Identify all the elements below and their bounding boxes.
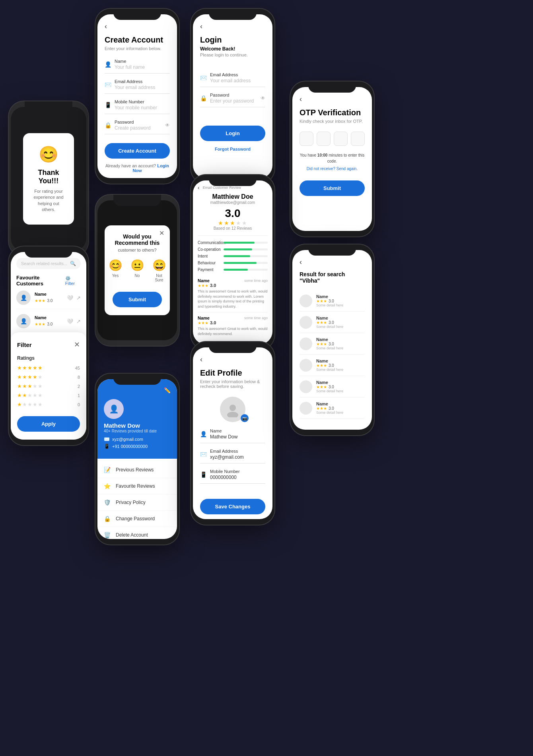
- customer-score-2: 3.0: [47, 322, 53, 326]
- share-icon-2[interactable]: ↗: [76, 318, 81, 324]
- phone-notch: [25, 246, 72, 258]
- login-button[interactable]: Login: [200, 126, 265, 141]
- 1-star[interactable]: ★★★★★: [17, 401, 43, 407]
- resend-link[interactable]: Did not receive? Send again.: [300, 167, 365, 171]
- result-stars-5: ★★★: [316, 385, 327, 389]
- back-button[interactable]: ‹: [200, 355, 265, 364]
- customer-stars-2: ★★★: [35, 322, 45, 326]
- rating-3-row: ★★★★★ 2: [17, 383, 80, 389]
- result-avatar-2: [300, 316, 312, 329]
- result-avatar-4: [300, 359, 312, 372]
- back-button[interactable]: ‹: [198, 184, 200, 191]
- back-button[interactable]: ‹: [300, 95, 365, 103]
- mobile-input[interactable]: Your mobile number: [115, 105, 170, 110]
- favourite-reviews-label: Favourite Reviews: [116, 483, 155, 489]
- send-again-link[interactable]: Send again.: [337, 167, 358, 171]
- previous-reviews-item[interactable]: 📝 Previous Reviews: [97, 462, 177, 478]
- favourite-icon: ⭐: [104, 483, 111, 489]
- apply-button[interactable]: Apply: [17, 416, 80, 432]
- 5-stars[interactable]: ★★★★★: [17, 365, 43, 371]
- delete-account-item[interactable]: 🗑️ Delete Account: [97, 527, 177, 539]
- filter-close-button[interactable]: ✕: [74, 340, 80, 349]
- 3-stars[interactable]: ★★★★★: [17, 383, 43, 389]
- privacy-policy-item[interactable]: 🛡️ Privacy Policy: [97, 494, 177, 511]
- email-input[interactable]: Your email address: [115, 85, 170, 90]
- privacy-icon: 🛡️: [104, 499, 111, 506]
- recommend-submit-button[interactable]: Submit: [113, 292, 162, 307]
- not-sure-emoji: 😄: [152, 259, 166, 272]
- login-now-link[interactable]: Login Now: [132, 163, 169, 173]
- privacy-policy-label: Privacy Policy: [116, 500, 146, 505]
- camera-icon[interactable]: 📷: [241, 414, 249, 422]
- login-screen: ‹ Login Welcome Back! Please login to co…: [193, 14, 272, 178]
- otp-box-3[interactable]: [334, 132, 348, 146]
- review-text-2: This is awesome!! Great to work with, wo…: [198, 326, 268, 336]
- heart-icon-2[interactable]: 🤍: [67, 318, 73, 324]
- result-stars-1: ★★★: [316, 299, 327, 303]
- email-input[interactable]: Your email address: [210, 78, 265, 83]
- name-input-group: 👤 Name Mathew Dow: [200, 428, 265, 443]
- search-bar[interactable]: Search related results... 🔍: [16, 258, 81, 269]
- emoji-not-sure[interactable]: 😄 Not Sure: [152, 259, 166, 282]
- result-name-3: Name: [316, 337, 365, 342]
- save-changes-button[interactable]: Save Changes: [200, 499, 265, 514]
- search-icon[interactable]: 🔍: [70, 261, 76, 266]
- 2-stars[interactable]: ★★★★★: [17, 392, 43, 398]
- heart-icon-1[interactable]: 🤍: [67, 295, 73, 301]
- emoji-no[interactable]: 😐 No: [130, 259, 144, 282]
- 3-star-count: 2: [78, 384, 80, 389]
- create-account-button[interactable]: Create Account: [105, 143, 170, 159]
- result-score-2: 3.0: [329, 320, 334, 325]
- create-account-phone: ‹ Create Account Enter your information …: [95, 9, 179, 184]
- customer-email: matthiewdoe@gmail.com: [198, 200, 268, 205]
- thank-you-card: 😊 Thank You!!! For rating your experienc…: [23, 133, 74, 225]
- phone-notch: [308, 244, 356, 256]
- profile-name: Mathew Dow: [104, 422, 171, 429]
- otp-box-2[interactable]: [317, 132, 331, 146]
- name-input[interactable]: Your full name: [115, 64, 170, 70]
- modal-close-button[interactable]: ✕: [159, 229, 164, 237]
- back-button[interactable]: ‹: [200, 22, 265, 31]
- password-input-group: 🔒 Password Enter your password 👁: [200, 93, 265, 107]
- result-item-5[interactable]: Name ★★★ 3.0 Some detail here: [300, 376, 365, 397]
- otp-submit-button[interactable]: Submit: [300, 180, 365, 196]
- forgot-password-link[interactable]: Forgot Password: [215, 147, 251, 151]
- password-input[interactable]: Enter your password: [210, 98, 261, 104]
- back-button[interactable]: ‹: [105, 22, 170, 31]
- result-item-3[interactable]: Name ★★★ 3.0 Some detail here: [300, 333, 365, 355]
- based-on-text: Based on 12 Reviews: [198, 226, 268, 231]
- eye-icon[interactable]: 👁: [165, 122, 170, 128]
- result-name-4: Name: [316, 359, 365, 363]
- otp-box-4[interactable]: [351, 132, 365, 146]
- name-label: Name: [210, 428, 265, 433]
- result-item-4[interactable]: Name ★★★ 3.0 Some detail here: [300, 355, 365, 376]
- edit-profile-phone: ‹ Edit Profile Enter your information be…: [191, 342, 274, 525]
- result-score-4: 3.0: [329, 363, 334, 368]
- result-item-1[interactable]: Name ★★★ 3.0 Some detail here: [300, 290, 365, 312]
- edit-icon[interactable]: ✏️: [164, 387, 171, 394]
- mobile-input[interactable]: 0000000000: [210, 475, 265, 480]
- emoji-yes[interactable]: 😊 Yes: [109, 259, 123, 282]
- favourite-reviews-item[interactable]: ⭐ Favourite Reviews: [97, 478, 177, 494]
- profile-email-text: xyz@gmail.com: [112, 437, 143, 442]
- filter-icon[interactable]: ⚙️ Filter: [65, 276, 81, 286]
- reviews-icon: 📝: [104, 467, 111, 473]
- email-label: Email Address: [210, 449, 265, 454]
- phone-notch: [113, 195, 161, 206]
- edit-profile-subtitle: Enter your information below & recheck b…: [200, 379, 265, 389]
- share-icon-1[interactable]: ↗: [76, 295, 81, 301]
- thank-you-phone: 😊 Thank You!!! For rating your experienc…: [9, 101, 88, 256]
- result-item-2[interactable]: Name ★★★ 3.0 Some detail here: [300, 312, 365, 333]
- filter-header: Filter ✕: [17, 340, 80, 349]
- svg-point-0: [230, 405, 236, 411]
- 4-stars[interactable]: ★★★★★: [17, 374, 43, 380]
- password-input[interactable]: Create password: [115, 125, 165, 131]
- result-item-6[interactable]: Name ★★★ 3.0 Some detail here: [300, 397, 365, 419]
- change-password-item[interactable]: 🔒 Change Password: [97, 511, 177, 527]
- eye-icon[interactable]: 👁: [261, 95, 265, 101]
- email-input[interactable]: xyz@gmail.com: [210, 454, 265, 460]
- name-input[interactable]: Mathew Dow: [210, 434, 265, 440]
- otp-box-1[interactable]: [300, 132, 313, 146]
- back-button[interactable]: ‹: [300, 258, 365, 266]
- customer-name-2: Name: [35, 315, 67, 320]
